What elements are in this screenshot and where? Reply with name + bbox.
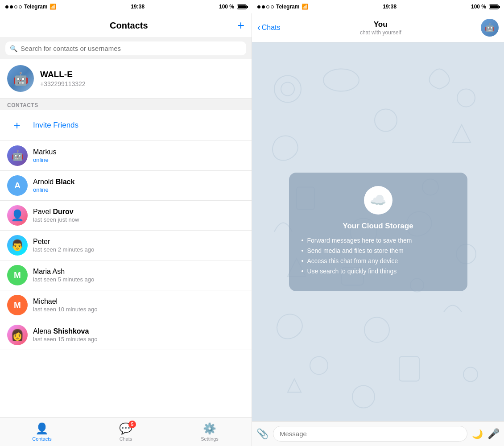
wifi-icon: 📶 [50,4,56,10]
contact-status-michael: last seen 10 minutes ago [33,306,98,313]
right-battery-icon [489,4,499,9]
contact-name-arnold: Arnold Black [33,178,74,186]
chats-tab-icon: 💬 5 [119,422,132,435]
cloud-bullet-2: Send media and files to store them [302,247,455,254]
contact-status-markus: online [33,157,56,163]
settings-tab-icon: ⚙️ [203,422,216,435]
contact-status-pavel: last seen just now [33,216,79,223]
contact-avatar-michael: M [7,295,28,315]
contacts-title: Contacts [21,21,237,31]
cloud-icon: ☁️ [370,192,386,208]
cloud-storage-card: ☁️ Your Cloud Storage Forward messages h… [289,173,467,291]
search-icon: 🔍 [10,45,17,52]
contact-avatar-pavel [7,205,28,226]
battery-label: 100 % [219,4,234,10]
contact-row-peter[interactable]: Peter last seen 2 minutes ago [0,231,252,260]
profile-section: 🤖 WALL-E +332299113322 [0,59,252,99]
search-input-wrapper[interactable]: 🔍 [5,41,246,55]
svg-point-14 [463,368,478,382]
contact-avatar-maria: M [7,265,28,285]
back-label: Chats [262,24,281,32]
contact-info-peter: Peter last seen 2 minutes ago [33,238,94,253]
contact-status-alena: last seen 15 minutes ago [33,336,98,343]
add-contact-button[interactable]: + [237,19,244,32]
left-status-left: Telegram 📶 [5,4,56,10]
dot-r2 [262,5,265,8]
right-status-left: Telegram 📶 [257,4,308,10]
contact-row-markus[interactable]: Markus online [0,141,252,171]
chat-background: ☁️ Your Cloud Storage Forward messages h… [252,42,504,421]
contact-info-michael: Michael last seen 10 minutes ago [33,297,98,313]
right-battery-label: 100 % [471,4,486,10]
right-status-right: 100 % [471,4,499,10]
contact-info-alena: Alena Shishkova last seen 15 minutes ago [33,327,98,343]
cloud-bullets: Forward messages here to save them Send … [302,237,455,275]
right-carrier-name: Telegram [276,4,299,10]
right-header-avatar[interactable]: 🤖 [481,19,499,37]
contact-name-michael: Michael [33,297,98,306]
contact-name-peter: Peter [33,238,94,246]
invite-friends-row[interactable]: + Invite Friends [0,110,252,141]
svg-point-15 [352,386,375,408]
contact-info-maria: Maria Ash last seen 5 minutes ago [33,268,94,283]
dot-r4 [271,5,274,8]
battery-icon [237,4,247,9]
contact-row-alena[interactable]: Alena Shishkova last seen 15 minutes ago [0,320,252,350]
carrier-name: Telegram [24,4,47,10]
profile-avatar: 🤖 [7,65,34,92]
left-status-right: 100 % [219,4,247,10]
cloud-icon-wrapper: ☁️ [364,186,392,215]
contact-row-arnold[interactable]: A Arnold Black online [0,171,252,201]
right-time: 19:38 [383,4,397,10]
dot2 [10,5,13,8]
tab-contacts[interactable]: 👤 Contacts [0,417,84,446]
contact-info-markus: Markus online [33,148,56,163]
right-signal-dots [257,5,274,8]
message-input[interactable] [273,426,467,442]
contact-name-markus: Markus [33,148,56,156]
svg-rect-13 [399,357,419,381]
search-input[interactable] [21,45,242,52]
cloud-bullet-4: Use search to quickly find things [302,268,455,275]
cloud-bullet-1: Forward messages here to save them [302,237,455,244]
right-header: ‹ Chats You chat with yourself 🤖 [252,13,504,42]
contact-avatar-arnold: A [7,175,28,196]
emoji-button[interactable]: 🌙 [472,429,483,439]
tab-bar: 👤 Contacts 💬 5 Chats ⚙️ Settings [0,417,252,446]
dot4 [19,5,22,8]
contact-avatar-alena [7,325,28,345]
attach-button[interactable]: 📎 [256,428,269,440]
main-container: Contacts + 🔍 🤖 WALL-E +332299113322 CONT… [0,13,504,446]
left-status-bar: Telegram 📶 19:38 100 % [0,0,252,13]
right-status-bar: Telegram 📶 19:38 100 % [252,0,504,13]
contact-name-pavel: Pavel Durov [33,208,79,216]
chat-input-bar: 📎 🌙 🎤 [252,421,504,446]
contact-status-arnold: online [33,186,74,193]
right-panel: ‹ Chats You chat with yourself 🤖 [252,13,504,446]
contacts-tab-label: Contacts [32,436,51,442]
contact-avatar-peter [7,235,28,256]
contact-name-alena: Alena Shishkova [33,327,98,335]
profile-info: WALL-E +332299113322 [40,70,86,87]
svg-point-1 [281,83,294,96]
chat-title: You [280,20,481,29]
contact-avatar-markus [7,145,28,166]
dot-r1 [257,5,260,8]
contacts-section-header: CONTACTS [0,99,252,110]
contact-row-maria[interactable]: M Maria Ash last seen 5 minutes ago [0,260,252,290]
contact-info-arnold: Arnold Black online [33,178,74,193]
search-bar-container: 🔍 [0,38,252,59]
back-button[interactable]: ‹ Chats [257,23,280,33]
contact-row-michael[interactable]: M Michael last seen 10 minutes ago [0,290,252,320]
contact-status-peter: last seen 2 minutes ago [33,246,94,253]
contact-row-pavel[interactable]: Pavel Durov last seen just now [0,201,252,231]
mic-button[interactable]: 🎤 [487,428,500,440]
dot1 [5,5,8,8]
signal-dots [5,5,22,8]
svg-point-3 [457,89,475,107]
chevron-left-icon: ‹ [257,22,260,33]
tab-chats[interactable]: 💬 5 Chats [84,417,168,446]
svg-point-11 [364,318,389,343]
profile-name: WALL-E [40,70,86,79]
tab-settings[interactable]: ⚙️ Settings [168,417,252,446]
